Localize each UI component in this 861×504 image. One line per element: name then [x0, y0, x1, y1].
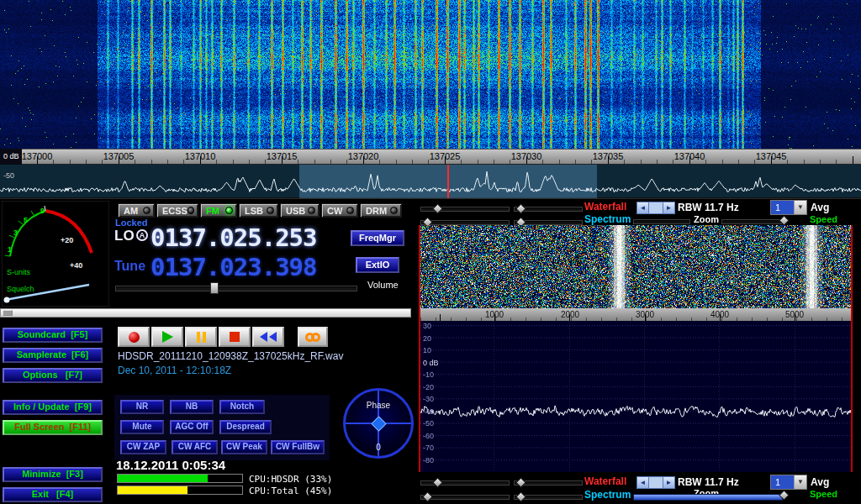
- full-screen-button[interactable]: Full Screen [F11]: [3, 420, 103, 435]
- mute-button[interactable]: Mute: [120, 420, 164, 434]
- tune-frequency-display[interactable]: 0137.023.398: [151, 254, 317, 281]
- rf-spectrum-display[interactable]: [420, 321, 851, 472]
- combo-dropdown-icon[interactable]: ▼: [794, 201, 806, 214]
- mode-button-usb[interactable]: USB: [280, 203, 320, 218]
- freq-tick-label: 137040: [671, 151, 708, 161]
- avg-combo-value: 1: [771, 201, 794, 214]
- waterfall-brightness-handle-2[interactable]: [515, 477, 526, 488]
- panel-edge-marker-right: [851, 225, 853, 472]
- recording-timestamp: Dec 10, 2011 - 12:10:18Z: [118, 365, 231, 376]
- minimize-button[interactable]: Minimize [F3]: [3, 467, 103, 482]
- record-button[interactable]: [118, 327, 150, 347]
- cw-zap-button[interactable]: CW ZAP: [120, 440, 166, 454]
- db-axis-minus50-label: -50: [3, 171, 14, 180]
- mode-led-icon: [225, 207, 233, 214]
- spectrum-range-slider-2[interactable]: [420, 495, 510, 500]
- squelch-slider-handle[interactable]: [3, 310, 13, 316]
- cw-afc-button[interactable]: CW AFC: [172, 440, 218, 454]
- despread-button[interactable]: Despread: [219, 420, 272, 434]
- loop-button[interactable]: [298, 327, 328, 347]
- lo-lock-badge[interactable]: A: [136, 229, 148, 241]
- samplerate-button[interactable]: Samplerate [F6]: [3, 348, 103, 363]
- mode-label: ECSS: [162, 206, 188, 216]
- phase-label: Phase: [346, 401, 411, 410]
- mode-button-am[interactable]: AM: [118, 203, 155, 218]
- scroll-right-icon[interactable]: ►: [663, 476, 675, 489]
- soundcard-button[interactable]: Soundcard [F5]: [3, 328, 103, 343]
- lo-frequency-display[interactable]: 0137.025.253: [151, 224, 317, 251]
- waterfall-contrast-handle[interactable]: [432, 203, 443, 214]
- scroll-right-icon[interactable]: ►: [663, 202, 675, 214]
- scroll-left-icon[interactable]: ◄: [637, 202, 649, 214]
- mode-button-ecss[interactable]: ECSS: [156, 203, 198, 218]
- avg-combo-2[interactable]: 1 ▼: [770, 475, 807, 490]
- pause-button[interactable]: [185, 327, 217, 347]
- s-meter-pivot: [4, 297, 10, 303]
- stop-button[interactable]: [219, 327, 251, 347]
- mode-label: CW: [327, 206, 342, 216]
- mode-button-drm[interactable]: DRM: [360, 203, 402, 218]
- recording-filename: HDSDR_20111210_120938Z_137025kHz_RF.wav: [118, 350, 343, 362]
- mode-button-lsb[interactable]: LSB: [239, 203, 278, 218]
- freqmgr-button[interactable]: FreqMgr: [351, 230, 404, 246]
- avg-combo-value: 1: [771, 475, 794, 489]
- overview-spectrum-display[interactable]: [0, 165, 861, 198]
- freq-tick-label: 137000: [18, 151, 55, 161]
- phase-indicator: Phase 0: [343, 388, 414, 459]
- scroll-track[interactable]: [649, 476, 663, 489]
- rf-waterfall-display[interactable]: [420, 225, 851, 308]
- cw-peak-button[interactable]: CW Peak: [221, 440, 267, 454]
- scroll-left-icon[interactable]: ◄: [637, 476, 649, 489]
- notch-button[interactable]: Notch: [219, 400, 265, 414]
- pause-icon: [197, 332, 206, 343]
- mode-label: USB: [286, 206, 305, 216]
- exit-button[interactable]: Exit [F4]: [3, 487, 103, 502]
- avg-combo[interactable]: 1 ▼: [770, 200, 807, 215]
- waterfall-label: Waterfall: [584, 201, 626, 213]
- zoom-slider-right[interactable]: [721, 219, 782, 224]
- s-meter: 1 3 5 9 +20 +40 S-units Squelch: [2, 201, 109, 307]
- volume-slider-handle[interactable]: [210, 282, 219, 294]
- main-waterfall-display[interactable]: [0, 0, 861, 149]
- db-label: -50: [423, 419, 434, 428]
- cpu-hdsdr-text: CPU:HDSDR (33%): [249, 474, 332, 485]
- freq-tick-label: 137010: [182, 151, 219, 161]
- play-button[interactable]: [151, 327, 183, 347]
- zoom-slider[interactable]: [633, 219, 690, 224]
- options-button[interactable]: Options [F7]: [3, 368, 103, 383]
- mode-button-cw[interactable]: CW: [321, 203, 358, 218]
- mode-led-icon: [267, 207, 274, 214]
- nr-button[interactable]: NR: [120, 400, 164, 414]
- waterfall-contrast-handle-2[interactable]: [432, 477, 443, 488]
- volume-slider[interactable]: [115, 286, 357, 291]
- cpu-total-fill: [118, 486, 188, 494]
- mode-label: LSB: [245, 206, 263, 216]
- cw-fullbw-button[interactable]: CW FullBw: [271, 440, 325, 454]
- spectrum-offset-handle-2[interactable]: [515, 491, 526, 502]
- combo-dropdown-icon[interactable]: ▼: [794, 475, 806, 489]
- nb-button[interactable]: NB: [170, 400, 214, 414]
- hz-tick-label: 1000: [478, 310, 511, 319]
- mode-led-icon: [308, 207, 315, 214]
- extio-button[interactable]: ExtIO: [356, 257, 399, 273]
- overview-spectrum[interactable]: [0, 165, 861, 198]
- waterfall-brightness-handle[interactable]: [515, 203, 526, 214]
- tune-label: Tune: [114, 259, 145, 274]
- s-meter-scale-plus20: +20: [61, 236, 73, 244]
- loop-icon: [305, 333, 320, 342]
- squelch-slider[interactable]: [0, 308, 411, 318]
- mode-button-fm[interactable]: FM: [200, 203, 237, 218]
- freq-tick-label: 137035: [589, 151, 626, 161]
- spectrum-range-handle-2[interactable]: [422, 491, 433, 502]
- agc-button[interactable]: AGC Off: [170, 420, 214, 434]
- info-update-button[interactable]: Info / Update [F9]: [3, 400, 103, 415]
- rewind-icon: [259, 332, 277, 342]
- panel-edge-marker-left: [419, 225, 420, 472]
- scroll-track[interactable]: [649, 202, 663, 214]
- avg-label-2: Avg: [811, 476, 829, 488]
- rewind-button[interactable]: [252, 327, 284, 347]
- volume-label: Volume: [367, 280, 399, 290]
- record-icon: [129, 332, 140, 343]
- zoom-slider-2[interactable]: [633, 494, 783, 501]
- waterfall-label-2: Waterfall: [584, 475, 626, 487]
